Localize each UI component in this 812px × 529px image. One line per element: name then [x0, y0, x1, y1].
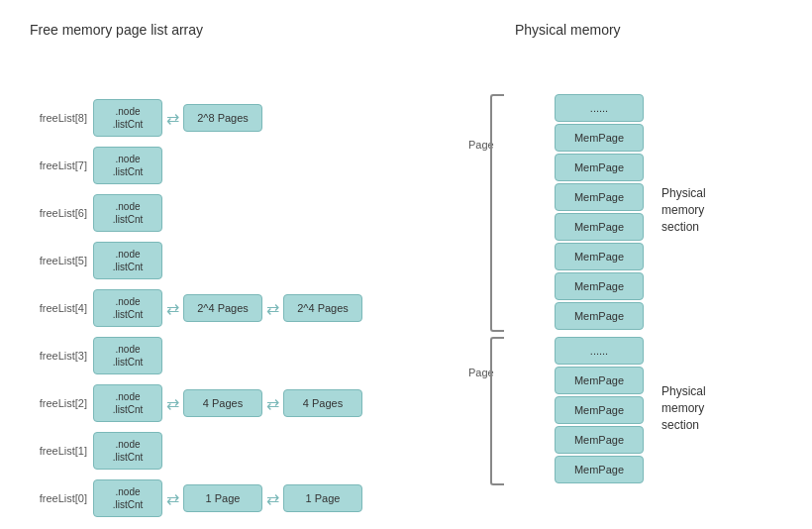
node-box: .node.listCnt [93, 242, 162, 279]
page-box: 2^8 Pages [183, 104, 262, 132]
dots-box: ...... [555, 94, 644, 122]
node-box: .node.listCnt [93, 384, 162, 422]
mem-page-box: MemPage [555, 243, 644, 270]
freelist-label: freeList[1] [20, 445, 87, 457]
freelist-row: freeList[5].node.listCnt [20, 242, 162, 279]
mem-page-box: MemPage [555, 272, 644, 300]
node-box: .node.listCnt [93, 147, 162, 184]
freelist-row: freeList[6].node.listCnt [20, 194, 162, 232]
freelist-label: freeList[4] [20, 302, 87, 314]
freelist-row: freeList[8].node.listCnt⇄2^8 Pages [20, 99, 262, 137]
page-box: 4 Pages [283, 389, 362, 417]
freelist-row: freeList[7].node.listCnt [20, 147, 162, 184]
mem-page-box: MemPage [555, 396, 644, 424]
page-box: 1 Page [183, 484, 262, 512]
double-arrow-icon: ⇄ [166, 299, 179, 318]
mem-page-box: MemPage [555, 302, 644, 330]
dots-box: ...... [555, 337, 644, 365]
freelist-label: freeList[5] [20, 255, 87, 266]
page-box: 4 Pages [183, 389, 262, 417]
freelist-row: freeList[4].node.listCnt⇄2^4 Pages⇄2^4 P… [20, 289, 362, 327]
node-box: .node.listCnt [93, 479, 162, 517]
freelist-label: freeList[2] [20, 397, 87, 409]
node-box: .node.listCnt [93, 99, 162, 137]
double-arrow-icon: ⇄ [166, 394, 179, 413]
double-arrow-icon: ⇄ [266, 299, 279, 318]
mem-page-box: MemPage [555, 213, 644, 241]
node-box: .node.listCnt [93, 194, 162, 232]
double-arrow-icon: ⇄ [266, 394, 279, 413]
mem-page-box: MemPage [555, 426, 644, 454]
freelist-label: freeList[6] [20, 207, 87, 219]
freelist-label: freeList[3] [20, 350, 87, 362]
mem-page-box: MemPage [555, 124, 644, 152]
page-box: 1 Page [283, 484, 362, 512]
freelist-row: freeList[0].node.listCnt⇄1 Page⇄1 Page [20, 479, 362, 517]
node-box: .node.listCnt [93, 337, 162, 374]
brace-line [490, 337, 504, 485]
page-box: 2^4 Pages [183, 294, 262, 322]
mem-page-box: MemPage [555, 183, 644, 211]
freelist-label: freeList[8] [20, 112, 87, 124]
phys-section-label: Physical memory section [661, 185, 706, 235]
diagram-container: Free memory page list array Physical mem… [0, 0, 812, 529]
mem-page-box: MemPage [555, 456, 644, 483]
freelist-label: freeList[0] [20, 492, 87, 504]
brace-line [490, 94, 504, 332]
right-title: Physical memory [515, 22, 621, 38]
phys-section-label: Physical memory section [661, 383, 706, 433]
mem-page-box: MemPage [555, 367, 644, 394]
double-arrow-icon: ⇄ [166, 489, 179, 508]
freelist-row: freeList[1].node.listCnt [20, 432, 162, 470]
freelist-row: freeList[2].node.listCnt⇄4 Pages⇄4 Pages [20, 384, 362, 422]
page-box: 2^4 Pages [283, 294, 362, 322]
double-arrow-icon: ⇄ [166, 109, 179, 128]
left-title: Free memory page list array [30, 22, 203, 38]
freelist-row: freeList[3].node.listCnt [20, 337, 162, 374]
double-arrow-icon: ⇄ [266, 489, 279, 508]
freelist-label: freeList[7] [20, 159, 87, 171]
node-box: .node.listCnt [93, 432, 162, 470]
node-box: .node.listCnt [93, 289, 162, 327]
mem-page-box: MemPage [555, 154, 644, 181]
